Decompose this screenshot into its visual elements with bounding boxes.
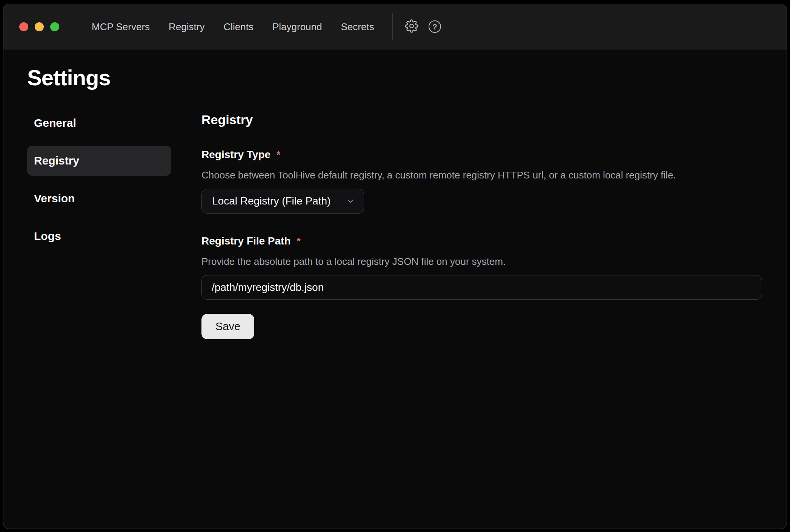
close-button[interactable] (19, 22, 28, 31)
settings-page: Settings General Registry Version Logs R… (3, 49, 787, 529)
file-path-input[interactable] (201, 275, 762, 300)
save-button[interactable]: Save (201, 314, 254, 339)
field-label-text: Registry File Path (201, 235, 291, 247)
registry-settings-panel: Registry Registry Type* Choose between T… (201, 108, 762, 339)
page-title: Settings (27, 65, 787, 91)
sidebar-item-label: General (34, 117, 76, 129)
nav-secrets[interactable]: Secrets (341, 22, 374, 32)
app-window: MCP Servers Registry Clients Playground … (3, 4, 787, 529)
sidebar-item-general[interactable]: General (27, 108, 171, 138)
gear-icon (405, 19, 418, 34)
sidebar-item-label: Version (34, 192, 75, 205)
zoom-button[interactable] (50, 22, 59, 31)
field-label-text: Registry Type (201, 149, 271, 160)
required-asterisk: * (277, 149, 280, 160)
sidebar-item-registry[interactable]: Registry (27, 146, 171, 176)
window-controls (19, 22, 59, 31)
nav-playground[interactable]: Playground (272, 22, 322, 32)
nav-mcp-servers[interactable]: MCP Servers (92, 22, 150, 32)
file-path-label: Registry File Path* (201, 234, 762, 248)
sidebar-item-label: Registry (34, 154, 79, 167)
help-icon: ? (429, 20, 441, 33)
nav-registry[interactable]: Registry (169, 22, 204, 32)
file-path-description: Provide the absolute path to a local reg… (201, 255, 762, 268)
sidebar-item-logs[interactable]: Logs (27, 221, 171, 251)
nav-clients[interactable]: Clients (223, 22, 253, 32)
sidebar-item-version[interactable]: Version (27, 183, 171, 214)
topbar-divider (392, 13, 393, 40)
registry-type-selected-value: Local Registry (File Path) (212, 195, 330, 207)
registry-type-label: Registry Type* (201, 148, 762, 161)
required-asterisk: * (297, 235, 301, 247)
help-button[interactable]: ? (427, 18, 443, 35)
sidebar-item-label: Logs (34, 230, 61, 243)
settings-button[interactable] (403, 18, 420, 35)
top-navigation: MCP Servers Registry Clients Playground … (92, 22, 374, 32)
minimize-button[interactable] (35, 22, 44, 31)
settings-sidebar: General Registry Version Logs (27, 108, 171, 339)
chevron-down-icon (346, 196, 355, 206)
registry-type-description: Choose between ToolHive default registry… (201, 169, 762, 181)
section-heading: Registry (201, 112, 762, 127)
registry-type-select[interactable]: Local Registry (File Path) (201, 189, 364, 214)
titlebar: MCP Servers Registry Clients Playground … (3, 4, 787, 49)
